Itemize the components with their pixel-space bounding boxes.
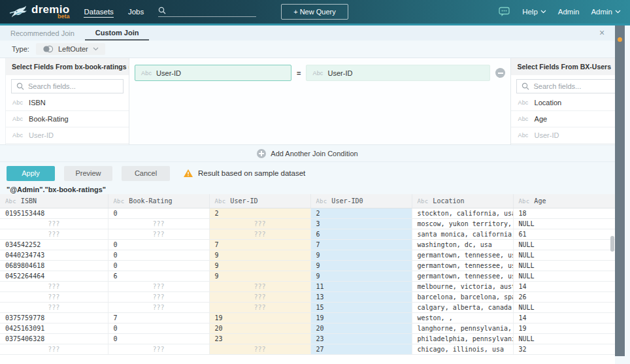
table-cell: ??? xyxy=(0,281,108,291)
table-cell: moscow, yukon territory, russia xyxy=(412,218,513,229)
global-search-input[interactable] xyxy=(170,7,248,14)
column-header-user-id[interactable]: AbcUser-ID xyxy=(209,194,310,208)
right-panel-title: Select Fields From BX-Users xyxy=(511,58,622,75)
left-panel-title: Select Fields From bx-book-ratings (Curr… xyxy=(6,58,129,75)
field-item-user-id[interactable]: AbcUser-ID xyxy=(511,127,622,144)
chevron-down-icon xyxy=(93,47,99,51)
tab-recommended-join[interactable]: Recommended Join xyxy=(0,25,85,41)
search-icon xyxy=(16,82,24,90)
chat-icon[interactable] xyxy=(499,7,510,17)
table-scrollbar-thumb[interactable] xyxy=(610,236,614,252)
table-cell: 0 xyxy=(108,333,209,344)
chevron-down-icon xyxy=(615,10,621,14)
table-row: 034542252077washington, dc, usaNULL xyxy=(0,239,615,250)
column-header-user-id0[interactable]: AbcUser-ID0 xyxy=(310,194,412,208)
nav-item-jobs[interactable]: Jobs xyxy=(128,7,144,18)
column-header-location[interactable]: AbcLocation xyxy=(412,194,513,208)
join-condition-area: Abc User-ID = Abc User-ID xyxy=(129,58,510,144)
table-cell: NULL xyxy=(513,218,615,229)
table-cell: langhorne, pennsylvania, usa xyxy=(412,323,513,333)
condition-left-field-chip[interactable]: Abc User-ID xyxy=(135,65,291,81)
field-name: User-ID xyxy=(535,131,559,139)
table-cell: ??? xyxy=(0,344,108,354)
table-body: 0195153448022stockton, california, usa18… xyxy=(0,208,615,354)
right-fields-search-input[interactable] xyxy=(533,82,612,90)
condition-right-field-name: User-ID xyxy=(328,69,353,77)
condition-left-field-name: User-ID xyxy=(156,69,181,77)
left-fields-search[interactable] xyxy=(11,79,124,93)
column-name: User-ID xyxy=(230,197,257,205)
join-type-select[interactable]: LeftOuter xyxy=(36,43,105,55)
admin-label: Admin xyxy=(558,8,580,16)
text-type-icon: Abc xyxy=(12,99,23,106)
table-cell: ??? xyxy=(108,281,209,291)
table-cell: NULL xyxy=(513,271,615,281)
condition-right-field-chip[interactable]: Abc User-ID xyxy=(306,65,490,81)
field-name: ISBN xyxy=(29,99,46,107)
table-cell: 11 xyxy=(310,281,412,291)
admin-user-menu[interactable]: Admin xyxy=(591,8,621,16)
column-header-isbn[interactable]: AbcISBN xyxy=(0,194,108,208)
field-item-age[interactable]: AbcAge xyxy=(511,111,622,127)
table-cell: ??? xyxy=(108,229,209,239)
new-query-button[interactable]: + New Query xyxy=(281,4,348,20)
table-row: 042516309102020langhorne, pennsylvania, … xyxy=(0,323,615,333)
field-name: Age xyxy=(535,115,548,123)
add-join-condition-button[interactable]: Add Another Join Condition xyxy=(0,145,615,162)
join-tabbar: Recommended Join Custom Join × xyxy=(0,25,615,41)
table-cell: 9 xyxy=(310,260,412,271)
tab-custom-join[interactable]: Custom Join xyxy=(85,25,150,41)
right-fields-panel: Select Fields From BX-Users AbcLocationA… xyxy=(510,58,623,144)
left-fields-search-input[interactable] xyxy=(28,82,107,90)
table-cell: 14 xyxy=(513,281,615,291)
table-row: ?????????13barcelona, barcelona, spain26 xyxy=(0,291,615,302)
table-cell: ??? xyxy=(108,302,209,312)
beta-badge: beta xyxy=(58,14,70,20)
nav-item-datasets[interactable]: Datasets xyxy=(84,7,113,18)
warning-text: Result based on sample dataset xyxy=(198,169,305,177)
add-join-condition-label: Add Another Join Condition xyxy=(271,150,357,157)
table-cell: 19 xyxy=(310,312,412,323)
table-cell: 0452264464 xyxy=(0,271,108,281)
table-cell: 7 xyxy=(310,239,412,250)
global-search[interactable] xyxy=(158,7,256,17)
dataset-title: "@Admin"."bx-book-ratings" xyxy=(0,184,615,194)
table-cell: ??? xyxy=(209,302,310,312)
column-header-book-rating[interactable]: AbcBook-Rating xyxy=(108,194,209,208)
table-cell: 0 xyxy=(108,260,209,271)
table-cell: ??? xyxy=(0,291,108,302)
help-menu[interactable]: Help xyxy=(522,8,546,16)
remove-condition-icon[interactable] xyxy=(495,68,505,78)
table-cell: melbourne, victoria, australia xyxy=(412,281,513,291)
table-cell: weston, , xyxy=(412,312,513,323)
table-cell: 23 xyxy=(209,333,310,344)
right-fields-search[interactable] xyxy=(516,79,617,93)
field-item-user-id[interactable]: AbcUser-ID xyxy=(6,127,129,144)
dremio-logo[interactable]: dremio beta xyxy=(9,4,69,20)
table-row: 037540632802323philadelphia, pennsylvani… xyxy=(0,333,615,344)
admin-link[interactable]: Admin xyxy=(558,8,580,16)
table-cell: 2 xyxy=(310,208,412,218)
field-item-location[interactable]: AbcLocation xyxy=(511,95,622,111)
field-name: Book-Rating xyxy=(29,115,69,123)
field-item-book-rating[interactable]: AbcBook-Rating xyxy=(6,111,129,127)
cancel-button[interactable]: Cancel xyxy=(122,166,170,181)
table-row: 0195153448022stockton, california, usa18 xyxy=(0,208,615,218)
table-cell: 13 xyxy=(310,291,412,302)
sample-dataset-warning: Result based on sample dataset xyxy=(183,169,305,178)
column-header-age[interactable]: AbcAge xyxy=(513,194,615,208)
table-cell: 20 xyxy=(209,323,310,333)
field-item-isbn[interactable]: AbcISBN xyxy=(6,95,129,111)
table-row: 037575977871919weston, ,14 xyxy=(0,312,615,323)
table-cell: 0425163091 xyxy=(0,323,108,333)
apply-button[interactable]: Apply xyxy=(7,166,55,181)
table-cell: ??? xyxy=(209,291,310,302)
right-scrollbar-rail[interactable] xyxy=(615,25,625,356)
left-outer-join-icon xyxy=(42,45,54,53)
close-icon[interactable]: × xyxy=(597,27,607,38)
text-type-icon: Abc xyxy=(518,132,528,139)
text-type-icon: Abc xyxy=(518,116,528,122)
preview-button[interactable]: Preview xyxy=(64,166,112,181)
table-cell: NULL xyxy=(513,239,615,250)
text-type-icon: Abc xyxy=(519,198,530,205)
